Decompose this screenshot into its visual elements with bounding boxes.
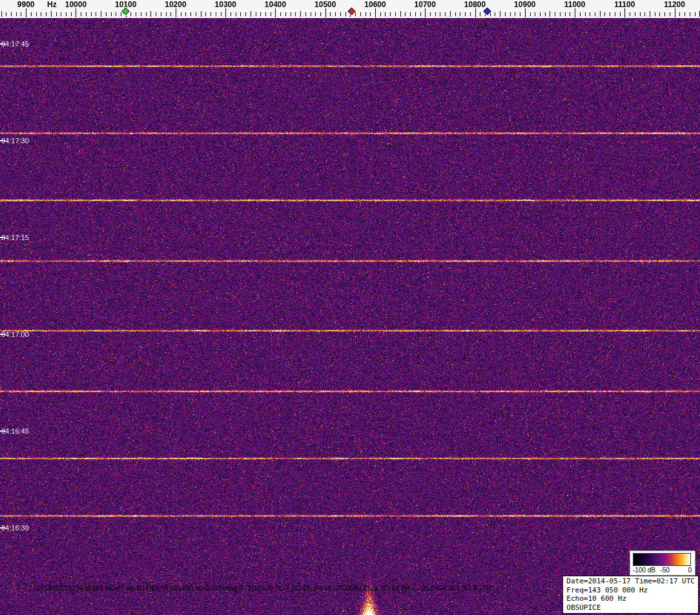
freq-tick-label: 10000	[65, 0, 87, 10]
info-echo: Echo=10 600 Hz	[566, 594, 695, 603]
info-date-time: Date=2014-05-17 Time=02:17 UTC	[566, 577, 695, 586]
time-label: 04:16:30	[1, 524, 29, 532]
spectrogram-canvas[interactable]	[0, 18, 700, 615]
info-observatory: OBSUPICE	[566, 603, 695, 612]
freq-tick-label: 10300	[215, 0, 236, 10]
time-label: 04:17:00	[1, 330, 29, 338]
colorbar-labels: -100 dB -50 0	[633, 566, 692, 574]
colorbar-mid-label: -50	[660, 567, 669, 574]
observation-info-box: Date=2014-05-17 Time=02:17 UTC Freq=143 …	[562, 576, 699, 614]
freq-tick-label: 10200	[165, 0, 186, 10]
info-frequency: Freq=143 050 000 Hz	[566, 586, 695, 595]
freq-tick-label: 10900	[514, 0, 535, 10]
freq-tick-label: 10700	[415, 0, 436, 10]
time-label: 04:16:45	[1, 427, 29, 435]
detection-text: 20140517021615168 hCnt7 nb-80 f10539 hit…	[36, 584, 492, 592]
frequency-ruler[interactable]: 9900Hz1000010100102001030010400105001060…	[0, 0, 700, 18]
freq-tick-label: 10500	[314, 0, 336, 10]
freq-tick-label: 11000	[564, 0, 586, 10]
freq-tick-label: 11200	[664, 0, 685, 10]
colorbar-max-label: 0	[688, 567, 692, 574]
freq-tick-label: 9900	[17, 0, 35, 10]
freq-tick-label: 11100	[614, 0, 635, 10]
freq-tick-label: 10400	[265, 0, 286, 10]
colorbar-gradient	[633, 553, 691, 566]
freq-tick-label: Hz	[47, 0, 57, 10]
colorbar-legend: -100 dB -50 0	[630, 550, 695, 576]
meteor-echo-spectrogram-window: 9900Hz1000010100102001030010400105001060…	[0, 0, 700, 615]
time-label: 04:17:45	[1, 40, 29, 48]
freq-tick-label: 10800	[464, 0, 486, 10]
time-label: 04:17:30	[1, 137, 29, 145]
spectrogram-area: 04:17:4504:17:3004:17:1504:17:0004:16:45…	[0, 18, 700, 615]
freq-tick-label: 10600	[364, 0, 386, 10]
colorbar-min-label: -100 dB	[633, 567, 655, 574]
time-label: 04:17:15	[1, 234, 29, 241]
